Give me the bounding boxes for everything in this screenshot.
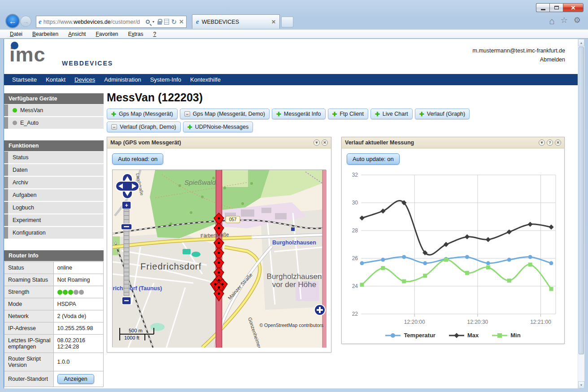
ie-page-icon: e [39, 18, 42, 26]
function-label: Status [13, 154, 28, 161]
maximize-button[interactable] [549, 3, 563, 12]
scroll-down-icon[interactable]: ▼ [578, 381, 584, 388]
function-item-daten[interactable]: Daten [4, 164, 104, 176]
back-button[interactable]: ← [5, 14, 20, 28]
function-item-archiv[interactable]: Archiv [4, 177, 104, 188]
function-label: Aufgaben [13, 192, 37, 198]
strength-dot [63, 290, 68, 295]
scroll-up-icon[interactable]: ▲ [578, 39, 584, 46]
function-item-status[interactable]: Status [4, 152, 104, 163]
toolbar-button-gps-map-messger-t-demo-[interactable]: Gps Map (Messgerät, Demo) [180, 109, 270, 119]
menu-item-?[interactable]: ? [149, 30, 161, 38]
window-icon [111, 124, 117, 130]
map-close-icon[interactable]: ✕ [322, 139, 328, 146]
nav-item-administration[interactable]: Administration [100, 76, 145, 83]
maximize-icon [554, 6, 559, 9]
plus-icon: ✚ [419, 111, 424, 117]
measurement-chart: 22242628303212:20:0012:20:3012:21:00 [347, 169, 558, 326]
strength-dot [79, 290, 84, 295]
nav-item-system-info[interactable]: System-Info [146, 76, 186, 83]
function-item-aufgaben[interactable]: Aufgaben [4, 189, 104, 201]
strength-dot [57, 290, 62, 295]
menu-item-datei[interactable]: Datei [6, 30, 26, 38]
toolbar-button-ftp-client[interactable]: ✚Ftp Client [328, 109, 368, 119]
menu-item-favoriten[interactable]: Favoriten [91, 30, 122, 38]
device-item-e_auto[interactable]: E_Auto [4, 117, 104, 129]
router-row-label: Network [4, 310, 54, 322]
map-collapse-icon[interactable]: ▼ [314, 139, 320, 146]
station-label-right: Burgholzhausen [272, 240, 316, 246]
toolbar-button-gps-map-messger-t-[interactable]: ✚Gps Map (Messgerät) [107, 109, 178, 119]
stop-icon[interactable]: ✕ [179, 19, 184, 25]
router-row: Letztes IP-Signal empfangen08.02.2016 12… [4, 335, 104, 353]
toolbar-button-verlauf-graph-demo-[interactable]: Verlauf (Graph, Demo) [107, 122, 181, 132]
nav-item-kontexthilfe[interactable]: Kontexthilfe [186, 76, 225, 83]
map-layer-button[interactable] [314, 305, 325, 315]
forward-button[interactable]: → [20, 16, 31, 27]
search-icon[interactable] [146, 20, 150, 24]
function-item-logbuch[interactable]: Logbuch [4, 202, 104, 213]
chart-panel-title: Verlauf aktueller Messung [345, 139, 414, 146]
toolbar-button-label: Verlauf (Graph) [427, 111, 465, 117]
compatibility-view-icon[interactable] [164, 19, 169, 25]
map-panel: Map (GPS vom Messgerät) ▼ ✕ Auto reload:… [107, 137, 331, 353]
toolbar-button-label: Gps Map (Messgerät, Demo) [193, 111, 265, 117]
scrollbar-thumb[interactable] [579, 47, 584, 354]
new-tab-button[interactable] [281, 17, 293, 27]
router-row: IP-Adresse10.255.255.98 [4, 322, 104, 335]
svg-text:12:21:00: 12:21:00 [530, 319, 551, 325]
menu-item-bearbeiten[interactable]: Bearbeiten [28, 30, 62, 38]
village-label-2: vor der Höhe [272, 280, 316, 289]
toolbar-button-messger-t-info[interactable]: ✚Messgerät Info [272, 109, 326, 119]
station-label-left: Friedrichsdorf (Taunus) [113, 285, 162, 292]
toolbar-button-label: Ftp Client [340, 111, 364, 117]
function-item-konfiguration[interactable]: Konfiguration [4, 227, 104, 239]
minimize-icon [541, 9, 545, 10]
toolbar-button-verlauf-graph-[interactable]: ✚Verlauf (Graph) [415, 109, 470, 119]
auto-update-button[interactable]: Auto update: on [347, 153, 400, 165]
menu-bar: DateiBearbeitenAnsichtFavoritenExtras? [0, 30, 588, 39]
favorites-star-icon[interactable]: ☆ [561, 16, 568, 26]
svg-text:12:20:00: 12:20:00 [404, 319, 425, 325]
toolbar-button-udpnoise-messages[interactable]: ✚UDPNoise-Messages [183, 122, 253, 132]
nav-item-kontakt[interactable]: Kontakt [41, 76, 70, 83]
strength-dot [68, 290, 73, 295]
scale-imperial-label: 1000 ft [124, 335, 139, 340]
chevron-down-icon[interactable]: ▼ [152, 20, 155, 23]
router-row: Strength [4, 286, 104, 298]
home-icon[interactable]: ⌂ [549, 16, 555, 26]
nav-item-devices[interactable]: Devices [70, 76, 100, 83]
svg-text:24: 24 [352, 283, 358, 289]
refresh-icon[interactable]: ↻ [171, 18, 177, 25]
device-status-dot [13, 108, 17, 113]
menu-item-xtras[interactable]: Extras [124, 30, 148, 38]
close-button[interactable]: ✕ [563, 3, 584, 12]
menu-item-ansicht[interactable]: Ansicht [64, 30, 90, 38]
url-text[interactable]: https://www.webdevices.de/customer/d [44, 19, 144, 25]
function-item-experiment[interactable]: Experiment [4, 214, 104, 226]
minimize-button[interactable] [536, 3, 549, 12]
chart-collapse-icon[interactable]: ▼ [539, 139, 545, 146]
router-row: Router Skript Version1.0.0 [4, 353, 104, 371]
browser-tab[interactable]: e WEBDEVICES ✕ [192, 14, 280, 29]
tab-close-icon[interactable]: ✕ [271, 19, 276, 25]
router-row-label: Router Skript Version [4, 353, 54, 371]
toolbar-button-live-chart[interactable]: ✚Live Chart [370, 109, 413, 119]
osm-map[interactable]: 057 Spießwald Friedrichsdorf Burgholzhau… [112, 170, 326, 347]
show-location-button[interactable]: Anzeigen [57, 374, 94, 384]
chart-close-icon[interactable]: ✕ [555, 139, 561, 146]
vertical-scrollbar[interactable]: ▲ ▼ [578, 39, 584, 388]
router-row-value: online [54, 262, 104, 274]
nav-item-startseite[interactable]: Startseite [8, 76, 41, 83]
toolbar-button-label: Live Chart [383, 111, 408, 117]
device-item-messvan[interactable]: MessVan [4, 105, 104, 116]
toolbar-button-label: Messgerät Info [284, 111, 321, 117]
address-bar[interactable]: e https://www.webdevices.de/customer/d ▼… [36, 16, 187, 28]
auto-reload-button[interactable]: Auto reload: on [112, 153, 163, 165]
logout-link[interactable]: Abmelden [473, 55, 566, 64]
village-label-1: Burgholzhausen [267, 272, 322, 281]
toolbar-button-label: UDPNoise-Messages [195, 124, 248, 130]
scale-metric-label: 500 m [129, 328, 143, 333]
chart-help-icon[interactable]: ? [547, 139, 553, 146]
settings-gear-icon[interactable]: ⚙ [574, 16, 581, 26]
